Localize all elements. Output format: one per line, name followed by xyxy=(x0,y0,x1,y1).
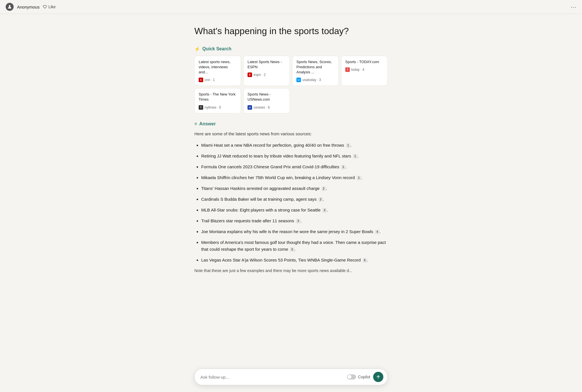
citation-1: 1 xyxy=(353,154,357,159)
answer-intro: Here are some of the latest sports news … xyxy=(194,130,388,137)
source-cards-row1: Latest sports news, videos, interviews a… xyxy=(194,56,388,86)
source-card-empty-0 xyxy=(292,88,339,113)
source-favicon: T xyxy=(199,105,203,110)
card-source: T nytimes · 5 xyxy=(199,105,237,110)
source-card-3[interactable]: Sports News, Scores, Predictions and Ana… xyxy=(292,56,339,86)
answer-header: ≡ Answer xyxy=(194,121,388,126)
source-favicon: U xyxy=(248,105,252,110)
citation-5: 5 xyxy=(290,247,294,252)
citation-2: 2 xyxy=(318,197,323,202)
source-card-empty-1 xyxy=(341,88,388,113)
svg-point-0 xyxy=(9,5,11,7)
send-button[interactable] xyxy=(373,372,383,382)
topbar: Anonymous Like ··· xyxy=(0,0,582,14)
copilot-toggle: Copilot xyxy=(347,374,370,379)
card-title: Latest Sports News - ESPN xyxy=(248,59,286,70)
source-card-2[interactable]: Latest Sports News - ESPN E espn · 2 xyxy=(243,56,290,86)
source-name: cnn · 1 xyxy=(205,78,215,82)
source-favicon: E xyxy=(248,72,252,77)
source-name: today · 4 xyxy=(351,68,364,72)
main-content: What's happening in the sports today? ⚡ … xyxy=(189,14,393,314)
answer-item-10: Members of America's most famous golf to… xyxy=(201,239,388,253)
followup-bar: Copilot xyxy=(194,369,388,385)
like-label: Like xyxy=(48,5,56,9)
citation-3: 3 xyxy=(296,219,300,223)
citation-4: 4 xyxy=(375,230,379,234)
card-source: U usnews · 6 xyxy=(248,105,286,110)
quick-search-title: Quick Search xyxy=(202,46,231,51)
quick-search-icon: ⚡ xyxy=(194,46,200,52)
card-title: Sports News, Scores, Predictions and Ana… xyxy=(296,59,334,75)
answer-list: Miami Heat set a new NBA record for perf… xyxy=(194,142,388,264)
copilot-label: Copilot xyxy=(358,375,370,379)
answer-item-3: Formula One cancels 2023 Chinese Grand P… xyxy=(201,163,388,170)
source-card-1[interactable]: Latest sports news, videos, interviews a… xyxy=(194,56,241,86)
source-favicon: T xyxy=(345,67,350,72)
citation-1: 1 xyxy=(346,143,350,148)
card-title: Sports - TODAY.com xyxy=(345,59,383,65)
card-source: E espn · 2 xyxy=(248,72,286,77)
source-card-5[interactable]: Sports - The New York Times T nytimes · … xyxy=(194,88,241,113)
card-title: Sports - The New York Times xyxy=(199,92,237,102)
followup-input[interactable] xyxy=(200,375,344,379)
username-label: Anonymous xyxy=(17,5,40,9)
copilot-toggle-switch[interactable] xyxy=(347,374,356,379)
answer-item-11: Las Vegas Aces Star A'ja Wilson Scores 5… xyxy=(201,257,388,264)
source-cards-row2: Sports - The New York Times T nytimes · … xyxy=(194,88,388,113)
answer-icon: ≡ xyxy=(194,121,197,126)
card-title: Sports News - USNews.com xyxy=(248,92,286,102)
citation-2: 2 xyxy=(321,186,326,191)
citation-6: 6 xyxy=(363,258,367,263)
source-card-6[interactable]: Sports News - USNews.com U usnews · 6 xyxy=(243,88,290,113)
card-source: T today · 4 xyxy=(345,67,383,72)
quick-search-header: ⚡ Quick Search xyxy=(194,46,388,52)
avatar xyxy=(6,3,14,11)
source-card-4[interactable]: Sports - TODAY.com T today · 4 xyxy=(341,56,388,86)
answer-item-4: Mikaela Shiffrin clinches her 75th World… xyxy=(201,174,388,181)
source-name: espn · 2 xyxy=(253,73,266,77)
answer-item-5: Titans' Hassan Haskins arrested on aggra… xyxy=(201,185,388,192)
card-source: U usatoday · 3 xyxy=(296,78,334,82)
citation-1: 1 xyxy=(357,176,361,180)
answer-section: ≡ Answer Here are some of the latest spo… xyxy=(194,121,388,274)
source-favicon: C xyxy=(199,78,203,82)
citation-3: 3 xyxy=(322,208,327,213)
more-button[interactable]: ··· xyxy=(571,4,576,10)
source-name: usatoday · 3 xyxy=(302,78,321,82)
source-favicon: U xyxy=(296,78,301,82)
answer-item-8: Trail Blazers star requests trade after … xyxy=(201,217,388,224)
answer-title: Answer xyxy=(199,121,216,126)
like-button[interactable]: Like xyxy=(43,5,56,9)
source-name: usnews · 6 xyxy=(253,105,270,109)
answer-item-9: Joe Montana explains why his wife is the… xyxy=(201,228,388,235)
answer-item-1: Miami Heat set a new NBA record for perf… xyxy=(201,142,388,149)
answer-item-7: MLB All-Star snubs: Eight players with a… xyxy=(201,207,388,213)
page-title: What's happening in the sports today? xyxy=(194,25,388,37)
answer-item-6: Cardinals S Budda Baker will be at train… xyxy=(201,196,388,203)
answer-item-2: Retiring JJ Watt reduced to tears by tri… xyxy=(201,153,388,159)
source-name: nytimes · 5 xyxy=(205,105,221,109)
card-source: C cnn · 1 xyxy=(199,78,237,82)
card-title: Latest sports news, videos, interviews a… xyxy=(199,59,237,75)
citation-1: 1 xyxy=(341,165,346,169)
topbar-left: Anonymous Like xyxy=(6,3,56,11)
answer-note: Note that these are just a few examples … xyxy=(194,267,388,274)
